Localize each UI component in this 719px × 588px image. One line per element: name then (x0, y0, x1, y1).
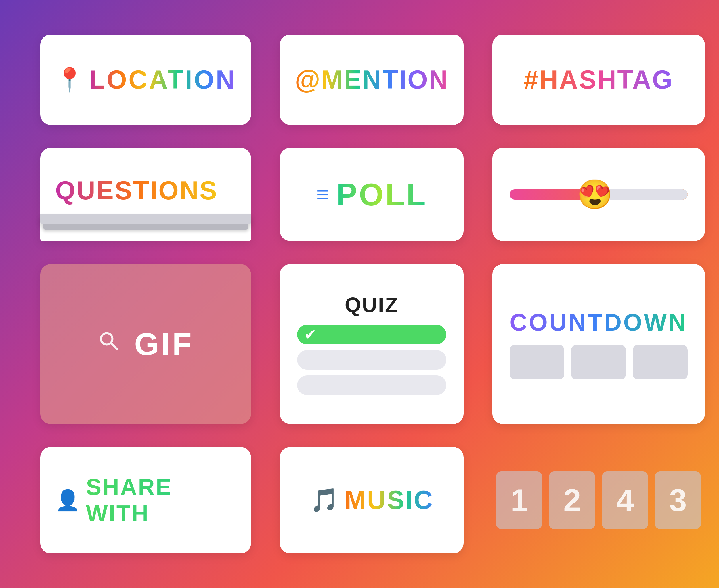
countdown-digit-1 (510, 345, 564, 379)
quiz-option-3 (297, 375, 446, 395)
countdown-sticker[interactable]: COUNTDOWN (492, 264, 705, 424)
gif-search-icon (98, 330, 127, 358)
share-with-icon: 👤 (55, 488, 80, 512)
poll-sticker[interactable]: ≡ POLL (280, 148, 464, 241)
gif-sticker[interactable]: GIF (40, 264, 251, 424)
svg-line-1 (111, 343, 117, 349)
share-with-label: SHARE WITH (86, 474, 236, 527)
quiz-option-2 (297, 350, 446, 370)
flip-digit-1: 1 (496, 471, 542, 529)
mention-sticker[interactable]: @MENTION (280, 35, 464, 125)
questions-sticker[interactable]: QUESTIONS (40, 148, 251, 241)
flip-digit-3: 4 (602, 471, 648, 529)
countdown-title: COUNTDOWN (510, 308, 688, 336)
share-with-sticker[interactable]: 👤 SHARE WITH (40, 447, 251, 553)
location-sticker[interactable]: 📍 LOCATION (40, 35, 251, 125)
poll-lines-icon: ≡ (316, 181, 329, 207)
questions-label: QUESTIONS (55, 176, 218, 214)
emoji-slider-sticker[interactable]: 😍 (492, 148, 705, 241)
sticker-grid: 📍 LOCATION @MENTION #HASHTAG QUESTIONS ≡… (0, 0, 719, 588)
quiz-check-icon: ✔ (304, 326, 317, 343)
questions-shelf (40, 214, 251, 224)
countdown-digit-3 (633, 345, 688, 379)
flip-digit-4: 3 (655, 471, 701, 529)
location-icon: 📍 (55, 66, 84, 93)
music-icon: 🎵 (310, 487, 339, 514)
slider-track: 😍 (510, 189, 688, 200)
quiz-title: QUIZ (345, 293, 399, 317)
hashtag-sticker[interactable]: #HASHTAG (492, 35, 705, 125)
music-sticker[interactable]: 🎵 MUSIC (280, 447, 464, 553)
gif-label: GIF (134, 326, 194, 362)
location-label: LOCATION (89, 65, 236, 94)
quiz-option-correct: ✔ (297, 325, 446, 344)
flip-digit-2: 2 (549, 471, 595, 529)
mention-label: @MENTION (295, 65, 449, 94)
poll-label: POLL (336, 176, 427, 213)
hashtag-label: #HASHTAG (524, 65, 673, 94)
flip-counter-sticker[interactable]: 1 2 4 3 (492, 447, 705, 553)
quiz-sticker[interactable]: QUIZ ✔ (280, 264, 464, 424)
countdown-digits (510, 345, 688, 379)
music-label: MUSIC (344, 485, 434, 515)
countdown-digit-2 (571, 345, 626, 379)
slider-emoji: 😍 (577, 177, 613, 211)
